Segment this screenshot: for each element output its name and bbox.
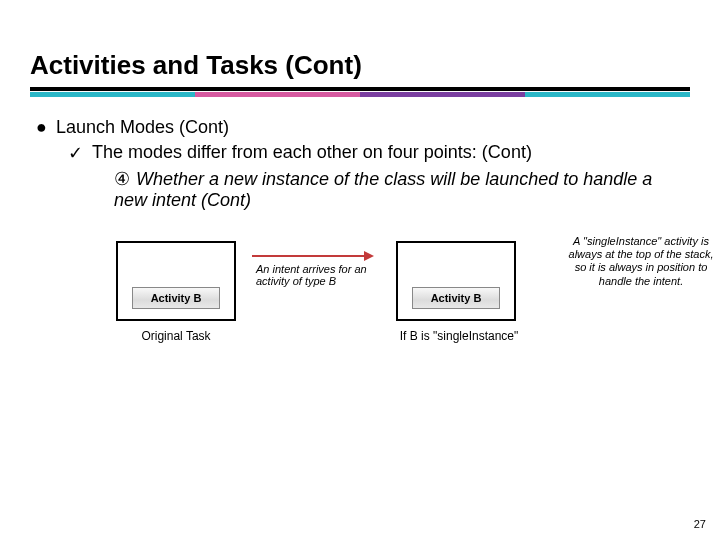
l1-text: Launch Modes (Cont)	[56, 117, 229, 138]
body-content: ● Launch Modes (Cont) ✓ The modes differ…	[30, 117, 690, 381]
arrow-icon	[252, 255, 372, 257]
circled-number-icon: ④	[114, 169, 130, 189]
rule-color-band	[30, 92, 690, 97]
page-number: 27	[694, 518, 706, 530]
task-box-left: Activity B	[116, 241, 236, 321]
rule-black	[30, 87, 690, 91]
caption-left: Original Task	[106, 329, 246, 343]
intent-label: An intent arrives for an activity of typ…	[256, 263, 376, 287]
l3-text: Whether a new instance of the class will…	[114, 169, 652, 210]
side-note: A "singleInstance" activity is always at…	[566, 235, 716, 288]
caption-right: If B is "singleInstance"	[344, 329, 574, 343]
check-icon: ✓	[68, 142, 92, 164]
bullet-level2: ✓ The modes differ from each other on fo…	[68, 142, 690, 164]
activity-box-left: Activity B	[132, 287, 220, 309]
diagram: Activity B Original Task An intent arriv…	[36, 241, 690, 381]
task-box-right: Activity B	[396, 241, 516, 321]
slide-title: Activities and Tasks (Cont)	[30, 50, 690, 81]
bullet-dot-icon: ●	[36, 117, 56, 138]
bullet-level3: ④Whether a new instance of the class wil…	[114, 168, 690, 211]
bullet-level1: ● Launch Modes (Cont)	[36, 117, 690, 138]
l2-text: The modes differ from each other on four…	[92, 142, 532, 164]
activity-box-right: Activity B	[412, 287, 500, 309]
